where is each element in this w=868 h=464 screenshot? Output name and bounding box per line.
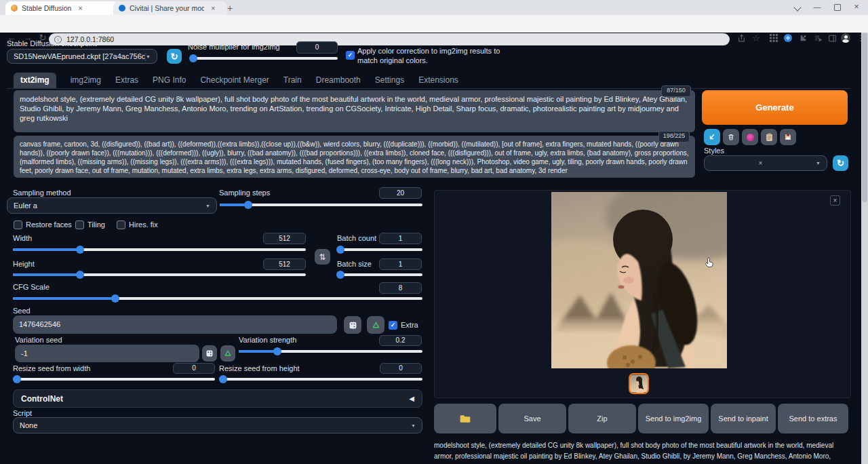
check-icon: ✓	[348, 52, 353, 58]
noise-multiplier-slider[interactable]	[191, 54, 338, 62]
clear-selection-icon[interactable]: ×	[759, 159, 763, 167]
resize-seed-height-slider[interactable]	[219, 375, 422, 383]
zip-button[interactable]: Zip	[568, 404, 636, 433]
restore-faces-checkbox[interactable]	[14, 220, 22, 229]
tab-checkpoint-merger[interactable]: Checkpoint Merger	[200, 73, 269, 88]
controlnet-accordion[interactable]: ControlNet ◀	[13, 389, 422, 408]
variation-strength-value[interactable]: 0.2	[379, 335, 422, 346]
send-to-extras-button[interactable]: Send to extras	[778, 404, 848, 433]
resize-seed-width-label: Resize seed from width	[13, 364, 90, 372]
cfg-scale-value[interactable]: 8	[379, 282, 422, 294]
negative-prompt-input[interactable]: canvas frame, cartoon, 3d, ((disfigured)…	[14, 136, 695, 178]
tab-txt2img[interactable]: txt2img	[14, 73, 56, 88]
dice-icon	[349, 321, 357, 330]
cfg-scale-slider[interactable]	[13, 294, 422, 303]
width-value[interactable]: 512	[263, 233, 306, 244]
open-folder-button[interactable]	[434, 404, 496, 433]
sampling-steps-value[interactable]: 20	[379, 187, 422, 199]
send-to-inpaint-button[interactable]: Send to inpaint	[711, 404, 776, 433]
tab-img2img[interactable]: img2img	[71, 73, 101, 88]
scrollbar-thumb[interactable]	[862, 33, 867, 202]
sampling-method-value: Euler a	[14, 201, 37, 210]
width-label: Width	[13, 234, 32, 242]
palette-icon	[747, 134, 754, 141]
main-tab-bar: txt2img img2img Extras PNG Info Checkpoi…	[14, 73, 458, 88]
batch-size-value[interactable]: 1	[379, 258, 422, 270]
variation-strength-slider[interactable]	[239, 347, 422, 355]
seed-input[interactable]: 1476462546	[13, 315, 337, 334]
random-variation-seed-button[interactable]	[202, 345, 217, 362]
browser-toolbar: ← → ↻ i 127.0.0.1:7860 ☆	[0, 15, 868, 33]
refresh-styles-button[interactable]: ↻	[833, 155, 848, 171]
tab-dreambooth[interactable]: Dreambooth	[316, 73, 361, 88]
resize-seed-height-value[interactable]: 0	[380, 363, 422, 374]
swap-width-height-button[interactable]: ⇅	[315, 249, 330, 265]
profile-avatar[interactable]	[840, 32, 852, 44]
window-chevron-icon[interactable]	[793, 3, 801, 11]
extension-blue-dot-icon[interactable]	[782, 32, 794, 44]
tab-close-icon[interactable]: ×	[78, 4, 82, 12]
folder-icon	[460, 414, 471, 423]
controlnet-label: ControlNet	[21, 394, 63, 404]
tab-settings[interactable]: Settings	[375, 73, 404, 88]
batch-count-value[interactable]: 1	[379, 233, 422, 244]
extensions-puzzle-icon[interactable]	[797, 32, 809, 44]
address-bar[interactable]: i 127.0.0.1:7860	[49, 33, 730, 45]
prompt-input[interactable]: modelshoot style, (extremely detailed CG…	[14, 90, 695, 132]
height-value[interactable]: 512	[263, 258, 306, 270]
save-style-button[interactable]	[780, 129, 796, 145]
browser-tab-stable-diffusion[interactable]: Stable Diffusion ×	[5, 1, 119, 15]
batch-size-slider[interactable]	[337, 271, 422, 279]
script-dropdown[interactable]: None ▼	[13, 417, 422, 433]
side-panel-icon[interactable]	[826, 32, 838, 44]
hand-cursor-icon	[704, 256, 715, 269]
hires-fix-checkbox[interactable]	[117, 220, 125, 229]
window-restore-button[interactable]	[834, 4, 841, 11]
browser-tab-title: Stable Diffusion	[22, 4, 71, 12]
generate-button[interactable]: Generate	[702, 90, 848, 125]
resize-seed-width-value[interactable]: 0	[173, 363, 215, 374]
paste-params-button[interactable]	[704, 129, 720, 145]
noise-multiplier-value[interactable]: 0	[296, 41, 338, 54]
refresh-checkpoint-button[interactable]: ↻	[167, 49, 182, 64]
reuse-seed-button[interactable]	[367, 316, 384, 334]
stable-diffusion-favicon-icon	[11, 5, 18, 12]
seed-extra-checkbox[interactable]: ✓	[389, 321, 397, 330]
tab-train[interactable]: Train	[283, 73, 302, 88]
close-preview-button[interactable]: ×	[830, 195, 840, 206]
bookmark-star-icon[interactable]: ☆	[750, 32, 762, 44]
tab-extensions[interactable]: Extensions	[418, 73, 458, 88]
accordion-arrow-icon: ◀	[409, 395, 414, 402]
resize-seed-width-slider[interactable]	[13, 375, 215, 383]
generated-image[interactable]	[551, 192, 727, 368]
tab-close-icon[interactable]: ×	[211, 4, 215, 12]
color-correction-checkbox[interactable]: ✓	[346, 51, 355, 60]
apps-grid-icon[interactable]	[768, 32, 780, 44]
random-seed-button[interactable]	[344, 316, 361, 334]
window-close-button[interactable]: ×	[848, 0, 865, 14]
tab-extras[interactable]: Extras	[115, 73, 138, 88]
window-minimize-button[interactable]: —	[808, 0, 826, 14]
share-icon[interactable]	[735, 32, 747, 44]
batch-count-slider[interactable]	[337, 246, 422, 254]
clear-prompt-button[interactable]	[723, 129, 739, 145]
tab-png-info[interactable]: PNG Info	[153, 73, 186, 88]
apply-style-button[interactable]	[761, 129, 777, 145]
tiling-checkbox[interactable]	[75, 220, 84, 229]
reading-list-icon[interactable]	[812, 32, 824, 44]
sampling-method-dropdown[interactable]: Euler a ▼	[7, 197, 217, 214]
height-slider[interactable]	[13, 271, 306, 279]
width-slider[interactable]	[13, 246, 306, 254]
variation-seed-input[interactable]: -1	[15, 345, 199, 362]
restore-faces-label: Restore faces	[26, 220, 72, 229]
browser-tab-civitai[interactable]: Civitai | Share your models ×	[113, 1, 227, 15]
reuse-variation-seed-button[interactable]	[220, 345, 235, 362]
sampling-steps-slider[interactable]	[220, 201, 422, 209]
new-tab-button[interactable]: +	[224, 2, 236, 14]
gallery-thumbnail[interactable]	[629, 373, 649, 394]
send-to-img2img-button[interactable]: Send to img2img	[638, 404, 709, 433]
styles-dropdown[interactable]: × ▼	[704, 155, 827, 171]
checkpoint-dropdown[interactable]: SD15NewVAEpruned.ckpt [27a4ac756c] ▼	[7, 49, 157, 64]
extra-networks-button[interactable]	[742, 129, 758, 145]
save-button[interactable]: Save	[498, 404, 566, 433]
